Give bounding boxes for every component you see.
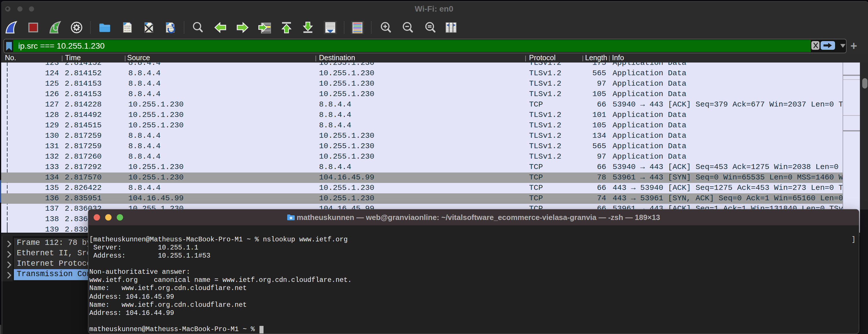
svg-text:01110: 01110 [124,30,130,32]
